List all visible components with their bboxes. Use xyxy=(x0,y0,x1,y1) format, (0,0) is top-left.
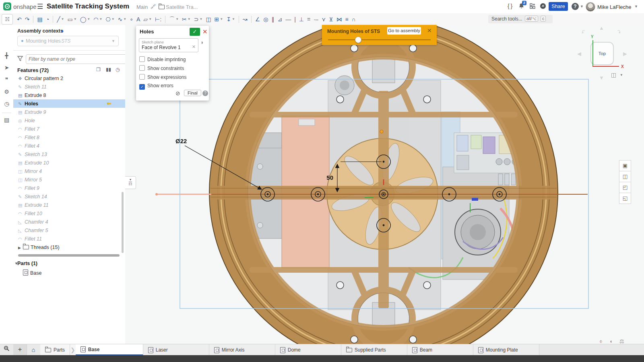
constraint-coincident-icon[interactable]: ⋎ xyxy=(320,14,327,24)
bill-of-materials-icon[interactable]: ◱ xyxy=(619,193,631,204)
checkbox-show-expressions[interactable]: Show expressions xyxy=(139,74,186,80)
sketch-mirror-icon[interactable]: ◫ xyxy=(204,14,213,24)
undo-icon[interactable]: ↶ xyxy=(15,14,23,24)
tab-mirror-axis[interactable]: Mirror Axis xyxy=(209,344,275,356)
feature-row[interactable]: ◺Chamfer 5 xyxy=(13,226,125,234)
rectangle-tool-icon[interactable]: ▭▼ xyxy=(66,14,78,24)
insert-image-icon[interactable]: ↧▼ xyxy=(225,14,237,24)
app-store-icon[interactable] xyxy=(530,3,536,10)
feature-row[interactable]: ◠Fillet 7 xyxy=(13,125,125,133)
constraint-vertical-icon[interactable]: | xyxy=(293,14,297,24)
constraint-horizontal-icon[interactable]: — xyxy=(284,14,293,24)
constraint-symmetric-icon[interactable]: ⋈ xyxy=(334,14,343,24)
dropdown-caret-icon[interactable]: ▼ xyxy=(111,17,115,21)
feature-row[interactable]: ◎Hole xyxy=(13,116,125,125)
main-menu-icon[interactable]: ☰ xyxy=(37,2,43,11)
context-slider-track[interactable] xyxy=(328,39,431,40)
checkbox-icon[interactable] xyxy=(139,56,145,62)
viewcube-face-top[interactable]: Top xyxy=(590,42,614,65)
tab-supplied-parts[interactable]: Supplied Parts xyxy=(341,344,407,356)
go-to-assembly-button[interactable]: Go to assembly xyxy=(387,27,421,35)
link-icon[interactable]: 🔗︎ xyxy=(151,4,156,10)
dropdown-caret-icon[interactable]: ▼ xyxy=(220,17,223,21)
shaded-view-icon[interactable]: ◖ xyxy=(609,338,613,344)
feature-row[interactable]: ▤Extrude 9 xyxy=(13,108,125,116)
feature-script-icon[interactable]: { } xyxy=(508,3,512,9)
workspace-name[interactable]: Main xyxy=(136,4,148,10)
user-avatar[interactable] xyxy=(586,2,595,12)
document-title[interactable]: Satellite Tracking System xyxy=(47,2,129,10)
user-menu-caret-icon[interactable]: ▼ xyxy=(634,4,638,8)
feature-list-flyout-button[interactable]: ▼ ☶ xyxy=(125,176,136,189)
feature-row[interactable]: ◫Mirror 4 xyxy=(13,167,125,175)
circle-tool-icon[interactable]: ◯▼ xyxy=(78,14,92,24)
constraint-angle-icon[interactable]: ∠ xyxy=(254,14,262,24)
onshape-logo-icon[interactable] xyxy=(3,2,11,10)
sketch-view-icon[interactable]: ⊘ xyxy=(175,90,180,97)
feature-list-toggle-button[interactable]: ☵ xyxy=(2,14,13,25)
feature-row[interactable]: ◠Fillet 9 xyxy=(13,184,125,192)
constraint-midpoint-icon[interactable]: ∙– xyxy=(312,14,320,24)
sketch-fillet-icon[interactable]: ⌒▼ xyxy=(167,14,180,24)
suppress-icon[interactable]: ▮▮ xyxy=(106,67,111,72)
dropdown-caret-icon[interactable]: ▼ xyxy=(232,17,235,21)
assembly-context-select[interactable]: ● Mounting Holes STS ▼ xyxy=(17,36,119,46)
sketch-pattern-icon[interactable]: ⊞▼ xyxy=(213,14,225,24)
features-vertical-scrollbar[interactable] xyxy=(122,192,124,253)
spline-tool-icon[interactable]: ∿▼ xyxy=(116,14,128,24)
feature-row[interactable]: ❖Circular pattern 2 xyxy=(13,74,125,82)
parts-header[interactable]: Parts (1) xyxy=(17,261,37,266)
dropdown-caret-icon[interactable]: ▼ xyxy=(99,17,103,21)
view-options-caret-icon[interactable]: ▼ xyxy=(620,73,623,77)
checkbox-icon[interactable] xyxy=(139,65,145,71)
checkbox-show-constraints[interactable]: Show constraints xyxy=(139,65,184,71)
dimension-distance-label[interactable]: 50 xyxy=(326,174,333,181)
notes-icon[interactable]: ▤ xyxy=(0,117,13,123)
named-views-icon[interactable]: ◫ xyxy=(619,171,631,182)
history-icon[interactable]: ◷ xyxy=(0,101,13,107)
dropdown-caret-icon[interactable]: ▼ xyxy=(87,17,90,21)
checkbox-icon[interactable] xyxy=(139,74,145,80)
feature-row[interactable]: ▤Extrude 10 xyxy=(13,158,125,167)
polygon-tool-icon[interactable]: ⎔▼ xyxy=(104,14,116,24)
dialog-confirm-button[interactable]: ✓ xyxy=(190,28,200,36)
user-name[interactable]: Mike LaFleche xyxy=(597,4,632,10)
dropdown-caret-icon[interactable]: ▼ xyxy=(199,17,202,21)
folder-expand-chevron-icon[interactable]: ▶ xyxy=(18,244,23,252)
banner-close-icon[interactable]: ✕ xyxy=(427,27,432,34)
dropdown-caret-icon[interactable]: ▼ xyxy=(188,17,191,21)
revolve-icon[interactable]: ◔ xyxy=(44,14,51,24)
feature-row[interactable]: ▶Threads (15) xyxy=(13,243,125,251)
feature-filter-input[interactable] xyxy=(26,54,126,64)
breadcrumb-document[interactable]: Satellite Tra... xyxy=(166,4,198,10)
feature-row[interactable]: ◠Fillet 11 xyxy=(13,234,125,243)
mate-connector-icon[interactable]: ╋ xyxy=(0,52,13,59)
dimension-tool-icon[interactable]: ⊢: xyxy=(153,14,163,24)
viewcube-arrow-up-icon[interactable]: ▲ xyxy=(599,25,604,31)
share-button[interactable]: Share xyxy=(549,2,568,11)
redo-icon[interactable]: ↷ xyxy=(23,14,31,24)
feature-row[interactable]: ▤Extrude 11 xyxy=(13,201,125,209)
constraint-equal-spacing-icon[interactable]: ≡ xyxy=(343,14,350,24)
dimension-diameter-label[interactable]: Ø22 xyxy=(175,138,187,144)
help-icon[interactable]: ? xyxy=(572,3,579,10)
dropdown-caret-icon[interactable]: ▼ xyxy=(74,17,77,21)
checkbox-disable-imprinting[interactable]: Disable imprinting xyxy=(139,56,186,62)
tab-dome[interactable]: Dome xyxy=(275,344,341,356)
feature-row[interactable]: ◺Chamfer 4 xyxy=(13,218,125,226)
feature-row[interactable]: ✎Holes⇐ xyxy=(13,99,125,108)
feature-row[interactable]: ◠Fillet 8 xyxy=(13,133,125,142)
dropdown-caret-icon[interactable]: ▼ xyxy=(61,17,64,21)
constraint-tangent-icon[interactable]: ⊿ xyxy=(276,14,284,24)
configurations-icon[interactable]: ⚙ xyxy=(0,88,13,95)
trim-icon[interactable]: ✂▼ xyxy=(180,14,192,24)
tab-beam[interactable]: Beam xyxy=(407,344,473,356)
display-states-icon[interactable]: ◰ xyxy=(619,182,631,193)
constraint-concentric-icon[interactable]: ◎ xyxy=(262,14,270,24)
search-tabs-button[interactable] xyxy=(0,344,13,356)
dialog-cancel-button[interactable]: ✕ xyxy=(202,28,208,36)
viewcube-arrow-left-icon[interactable]: ◀ xyxy=(577,51,581,57)
history-clock-icon[interactable]: ◗ xyxy=(200,39,204,45)
viewcube-rotate-ccw-icon[interactable]: ↶ xyxy=(580,28,587,36)
search-tools-button[interactable]: Search tools... alt/⌥ c xyxy=(488,15,553,23)
